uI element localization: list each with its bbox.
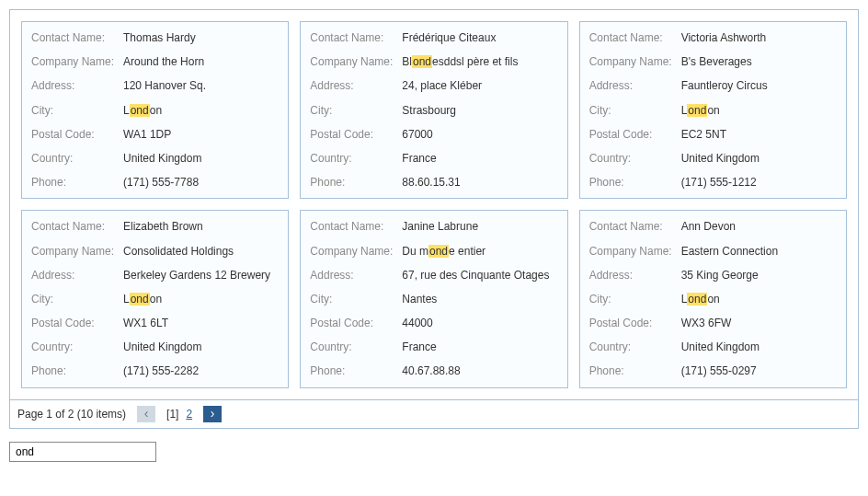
field-value: 35 King George <box>681 268 837 283</box>
field-row: Address:24, place Kléber <box>301 74 566 98</box>
field-row: Address:120 Hanover Sq. <box>22 74 288 98</box>
contact-card: Contact Name:Janine LabruneCompany Name:… <box>300 210 567 387</box>
field-row: Address:67, rue des Cinquante Otages <box>301 263 566 287</box>
field-row: Company Name:Around the Horn <box>22 50 288 74</box>
highlight: ond <box>428 245 449 258</box>
field-value: Nantes <box>402 292 557 306</box>
contact-card: Contact Name:Thomas HardyCompany Name:Ar… <box>21 21 289 199</box>
chevron-left-icon <box>144 407 149 421</box>
page-numbers: [1]2 <box>163 408 196 421</box>
field-row: Contact Name:Janine Labrune <box>301 214 566 238</box>
page-number[interactable]: 2 <box>186 408 192 421</box>
field-value: WX3 6FW <box>681 316 837 330</box>
field-value: (171) 555-2282 <box>123 363 279 378</box>
field-label: Country: <box>31 340 123 354</box>
pager-status: Page 1 of 2 (10 items) <box>17 408 126 421</box>
field-value: 40.67.88.88 <box>402 363 557 378</box>
field-value: (171) 555-0297 <box>681 363 837 378</box>
field-label: Postal Code: <box>589 316 681 330</box>
field-row: City:London <box>580 287 846 311</box>
field-label: Address: <box>31 78 123 93</box>
field-row: City:Nantes <box>301 287 566 311</box>
field-value: London <box>123 103 279 118</box>
card-grid: Contact Name:Thomas HardyCompany Name:Ar… <box>10 10 858 399</box>
field-label: Contact Name: <box>310 219 402 234</box>
field-label: City: <box>31 103 123 118</box>
field-label: Phone: <box>31 363 123 378</box>
field-label: Company Name: <box>589 54 681 69</box>
contact-card: Contact Name:Elizabeth BrownCompany Name… <box>21 210 289 387</box>
field-value: London <box>681 103 837 118</box>
field-row: Phone:(171) 555-7788 <box>22 170 288 194</box>
search-input[interactable] <box>9 442 156 462</box>
field-row: Company Name:Eastern Connection <box>580 239 846 263</box>
field-value: 67000 <box>402 127 557 142</box>
field-label: Country: <box>310 340 402 354</box>
field-label: City: <box>31 292 123 306</box>
field-value: Fauntleroy Circus <box>681 78 837 93</box>
field-row: City:London <box>22 98 288 122</box>
field-row: Postal Code:44000 <box>301 311 566 335</box>
field-value: United Kingdom <box>123 151 279 166</box>
field-label: Address: <box>310 268 402 283</box>
field-row: Company Name:Blondesddsl père et fils <box>301 50 566 74</box>
field-row: Phone:(171) 555-0297 <box>580 359 846 383</box>
field-row: Contact Name:Elizabeth Brown <box>22 214 288 238</box>
field-row: Company Name:Du monde entier <box>301 239 566 263</box>
field-label: Postal Code: <box>31 127 123 142</box>
field-label: Contact Name: <box>31 219 123 234</box>
field-label: Contact Name: <box>31 30 123 45</box>
field-value: 24, place Kléber <box>402 78 557 93</box>
field-row: Postal Code:WX1 6LT <box>22 311 288 335</box>
field-row: City:Strasbourg <box>301 98 566 122</box>
field-row: Address:Fauntleroy Circus <box>580 74 846 98</box>
field-value: Ann Devon <box>681 219 837 234</box>
field-label: Contact Name: <box>310 30 402 45</box>
field-row: Phone:40.67.88.88 <box>301 359 566 383</box>
field-row: Postal Code:EC2 5NT <box>580 122 846 146</box>
field-label: Phone: <box>31 175 123 190</box>
field-row: Country:United Kingdom <box>580 335 846 359</box>
field-value: (171) 555-7788 <box>123 175 279 190</box>
field-label: Country: <box>31 151 123 166</box>
field-value: 88.60.15.31 <box>402 175 557 190</box>
field-value: Elizabeth Brown <box>123 219 279 234</box>
field-row: Phone:(171) 555-2282 <box>22 359 288 383</box>
field-label: Phone: <box>310 175 402 190</box>
field-label: Postal Code: <box>589 127 681 142</box>
field-value: Eastern Connection <box>681 244 837 259</box>
field-label: Country: <box>310 151 402 166</box>
field-label: Company Name: <box>31 244 123 259</box>
field-value: 120 Hanover Sq. <box>123 78 279 93</box>
field-value: United Kingdom <box>681 340 837 354</box>
field-value: Berkeley Gardens 12 Brewery <box>123 268 279 283</box>
field-row: Country:United Kingdom <box>22 335 288 359</box>
field-row: Phone:(171) 555-1212 <box>580 170 846 194</box>
field-label: Country: <box>589 340 681 354</box>
field-value: London <box>681 292 837 306</box>
prev-page-button[interactable] <box>137 406 155 422</box>
field-label: Company Name: <box>589 244 681 259</box>
field-label: Postal Code: <box>310 316 402 330</box>
field-label: City: <box>310 103 402 118</box>
field-row: City:London <box>580 98 846 122</box>
next-page-button[interactable] <box>203 406 222 422</box>
contact-card: Contact Name:Victoria AshworthCompany Na… <box>579 21 847 199</box>
field-value: WX1 6LT <box>123 316 279 330</box>
field-label: Phone: <box>310 363 402 378</box>
field-value: Around the Horn <box>123 54 279 69</box>
field-label: Address: <box>31 268 123 283</box>
search-box <box>9 442 859 462</box>
field-value: France <box>402 151 557 166</box>
field-value: Strasbourg <box>402 103 557 118</box>
field-label: Postal Code: <box>310 127 402 142</box>
field-row: Country:United Kingdom <box>580 146 846 170</box>
field-label: Contact Name: <box>589 30 681 45</box>
field-value: Victoria Ashworth <box>681 30 837 45</box>
field-label: Company Name: <box>31 54 123 69</box>
field-value: France <box>402 340 557 354</box>
field-value: United Kingdom <box>681 151 837 166</box>
field-label: Phone: <box>589 175 681 190</box>
field-value: Janine Labrune <box>402 219 557 234</box>
field-row: Company Name:B's Beverages <box>580 50 846 74</box>
